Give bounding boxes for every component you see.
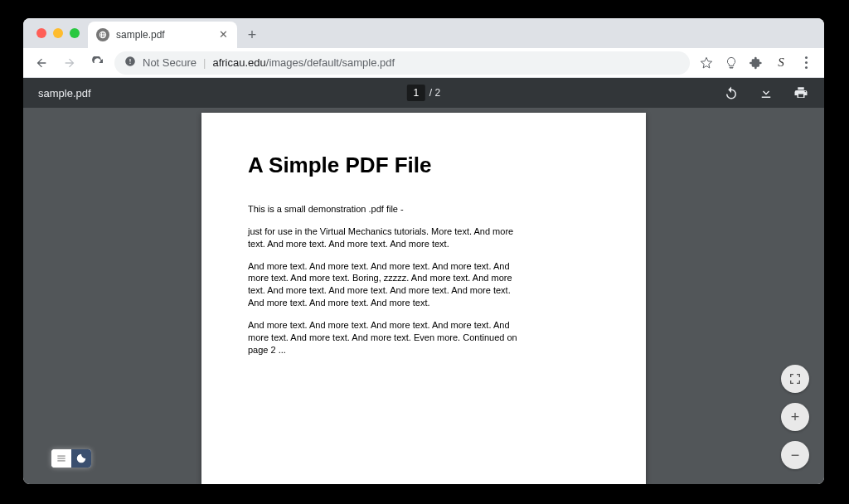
address-bar[interactable]: Not Secure | africau.edu/images/default/… bbox=[114, 51, 690, 75]
security-label: Not Secure bbox=[143, 56, 196, 69]
pdf-file-name: sample.pdf bbox=[38, 87, 91, 99]
toolbar-right-actions: S bbox=[695, 55, 817, 71]
divider: | bbox=[203, 56, 206, 69]
svg-rect-2 bbox=[57, 460, 65, 461]
tab-strip: sample.pdf ✕ + bbox=[23, 18, 824, 48]
zoom-controls: + − bbox=[781, 365, 809, 469]
forward-button[interactable] bbox=[58, 51, 81, 75]
minimize-window-button[interactable] bbox=[53, 28, 63, 38]
extension-s-icon[interactable]: S bbox=[773, 55, 789, 71]
pdf-toolbar: sample.pdf / 2 bbox=[23, 78, 824, 108]
maximize-window-button[interactable] bbox=[70, 28, 80, 38]
fit-page-button[interactable] bbox=[781, 365, 809, 393]
document-title: A Simple PDF File bbox=[248, 153, 599, 178]
svg-rect-1 bbox=[57, 458, 65, 458]
url-path: /images/default/sample.pdf bbox=[266, 56, 395, 69]
window-controls bbox=[30, 18, 88, 48]
light-theme-button[interactable] bbox=[51, 449, 71, 468]
document-paragraph: just for use in the Virtual Mechanics tu… bbox=[248, 225, 522, 250]
svg-rect-0 bbox=[57, 456, 65, 457]
document-paragraph: This is a small demonstration .pdf file … bbox=[248, 203, 522, 216]
reload-button[interactable] bbox=[86, 51, 109, 75]
zoom-in-button[interactable]: + bbox=[781, 403, 809, 431]
print-icon[interactable] bbox=[793, 85, 809, 101]
back-button[interactable] bbox=[30, 51, 53, 75]
extensions-icon[interactable] bbox=[748, 55, 764, 71]
pdf-page: A Simple PDF File This is a small demons… bbox=[201, 113, 646, 484]
rotate-icon[interactable] bbox=[723, 85, 740, 101]
download-icon[interactable] bbox=[758, 85, 774, 101]
globe-icon bbox=[96, 28, 109, 41]
document-paragraph: And more text. And more text. And more t… bbox=[248, 319, 522, 356]
bulb-icon[interactable] bbox=[723, 55, 740, 71]
url-host: africau.edu bbox=[212, 56, 265, 69]
dark-theme-button[interactable] bbox=[71, 449, 91, 468]
document-paragraph: And more text. And more text. And more t… bbox=[248, 260, 522, 309]
page-indicator: / 2 bbox=[407, 85, 440, 101]
browser-menu-button[interactable] bbox=[798, 55, 814, 71]
zoom-out-button[interactable]: − bbox=[781, 441, 809, 469]
browser-toolbar: Not Secure | africau.edu/images/default/… bbox=[23, 48, 824, 78]
browser-window: sample.pdf ✕ + Not Secure | africau.edu/… bbox=[23, 18, 824, 484]
theme-toggle bbox=[51, 449, 91, 468]
browser-tab[interactable]: sample.pdf ✕ bbox=[88, 22, 237, 48]
page-total-label: / 2 bbox=[426, 87, 440, 99]
not-secure-icon bbox=[124, 56, 136, 70]
new-tab-button[interactable]: + bbox=[240, 23, 264, 46]
close-tab-button[interactable]: ✕ bbox=[217, 29, 229, 41]
pdf-viewer-area[interactable]: A Simple PDF File This is a small demons… bbox=[23, 108, 824, 484]
bookmark-star-icon[interactable] bbox=[698, 55, 715, 71]
page-number-input[interactable] bbox=[407, 85, 425, 101]
close-window-button[interactable] bbox=[36, 28, 46, 38]
tab-title: sample.pdf bbox=[116, 29, 211, 41]
